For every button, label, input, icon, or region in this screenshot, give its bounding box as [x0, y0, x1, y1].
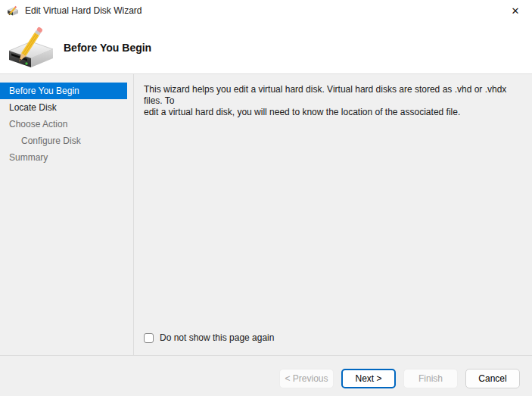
wizard-body: Before You Begin Locate Disk Choose Acti…: [0, 74, 532, 355]
do-not-show-again-row: Do not show this page again: [144, 332, 523, 343]
finish-button: Finish: [403, 369, 458, 388]
wizard-footer: < Previous Next > Finish Cancel: [0, 355, 532, 396]
intro-text-line2: edit a virtual hard disk, you will need …: [144, 107, 523, 118]
title-bar: Edit Virtual Hard Disk Wizard ✕: [0, 0, 532, 21]
page-title: Before You Begin: [64, 42, 151, 54]
close-button[interactable]: ✕: [499, 0, 532, 21]
sidebar-item-summary[interactable]: Summary: [0, 149, 133, 166]
do-not-show-again-label[interactable]: Do not show this page again: [160, 332, 274, 343]
next-button[interactable]: Next >: [341, 369, 396, 388]
sidebar-item-locate-disk[interactable]: Locate Disk: [0, 99, 133, 116]
previous-button: < Previous: [279, 369, 334, 388]
do-not-show-again-checkbox[interactable]: [144, 333, 154, 343]
edit-vhd-wizard-dialog: Edit Virtual Hard Disk Wizard ✕: [0, 0, 532, 396]
wizard-steps-sidebar: Before You Begin Locate Disk Choose Acti…: [0, 74, 134, 355]
intro-text: This wizard helps you edit a virtual har…: [144, 84, 523, 118]
sidebar-item-configure-disk[interactable]: Configure Disk: [0, 133, 133, 149]
edit-disk-icon: [8, 25, 54, 70]
sidebar-item-choose-action[interactable]: Choose Action: [0, 116, 133, 133]
wizard-header: Before You Begin: [0, 21, 532, 73]
intro-text-line1: This wizard helps you edit a virtual har…: [144, 84, 523, 107]
close-icon: ✕: [512, 5, 520, 17]
cancel-button[interactable]: Cancel: [465, 369, 520, 388]
wizard-page-content: This wizard helps you edit a virtual har…: [134, 74, 532, 355]
window-title: Edit Virtual Hard Disk Wizard: [25, 5, 142, 16]
sidebar-item-before-you-begin[interactable]: Before You Begin: [0, 83, 127, 99]
app-icon: [7, 5, 19, 17]
